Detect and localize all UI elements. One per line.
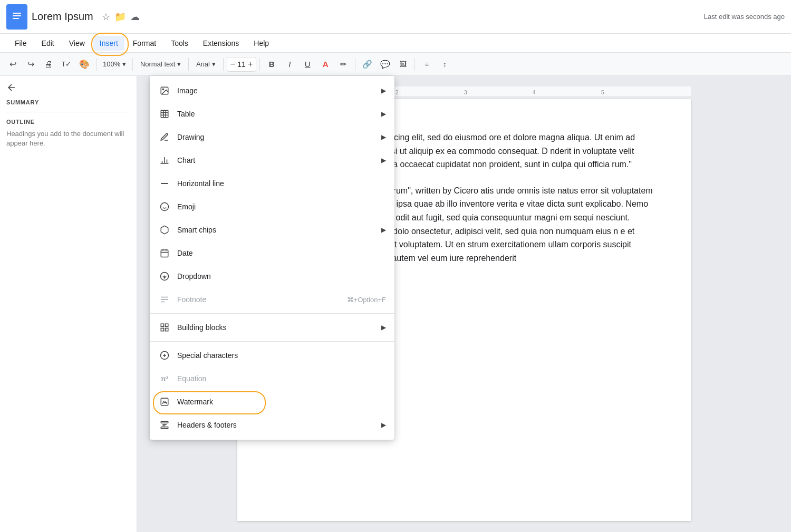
menu-help[interactable]: Help <box>247 36 275 51</box>
svg-point-16 <box>161 203 169 211</box>
headers-icon <box>158 419 171 431</box>
date-icon <box>158 247 171 259</box>
print-button[interactable]: 🖨 <box>40 56 57 73</box>
image-label: Image <box>177 86 381 95</box>
image-icon <box>158 84 171 97</box>
sidebar-outline-label: OUTLINE <box>6 119 130 125</box>
zoom-menu[interactable]: 100% ▾ <box>100 56 129 73</box>
drawing-arrow: ▶ <box>381 133 386 141</box>
menu-item-equation[interactable]: π² Equation <box>150 367 394 390</box>
underline-button[interactable]: U <box>299 56 316 73</box>
menu-item-date[interactable]: Date <box>150 241 394 265</box>
font-size-control[interactable]: − 11 + <box>227 57 257 72</box>
svg-rect-28 <box>161 324 163 326</box>
toolbar-divider-2 <box>132 58 133 71</box>
line-spacing-button[interactable]: ↕ <box>436 56 453 73</box>
menu-item-watermark[interactable]: Watermark <box>150 390 394 413</box>
sidebar: SUMMARY OUTLINE Headings you add to the … <box>0 76 137 532</box>
font-size-value[interactable]: 11 <box>236 60 247 69</box>
separator-2 <box>150 341 394 342</box>
sidebar-outline-hint: Headings you add to the document will ap… <box>6 129 130 148</box>
svg-rect-6 <box>161 110 168 118</box>
menu-edit[interactable]: Edit <box>35 36 61 51</box>
menu-item-headers-footers[interactable]: Headers & footers ▶ <box>150 413 394 437</box>
svg-rect-19 <box>161 250 168 257</box>
menu-format[interactable]: Format <box>127 36 162 51</box>
menu-item-special-chars[interactable]: Special characters <box>150 344 394 367</box>
watermark-label: Watermark <box>177 398 386 406</box>
svg-rect-34 <box>161 427 168 429</box>
spellcheck-button[interactable]: T✓ <box>58 56 75 73</box>
building-icon <box>158 321 171 334</box>
menu-item-chart[interactable]: Chart ▶ <box>150 149 394 172</box>
font-size-minus[interactable]: − <box>230 60 235 69</box>
menu-item-emoji[interactable]: Emoji <box>150 195 394 218</box>
document-title[interactable]: Lorem Ipsum <box>32 11 93 23</box>
star-icon[interactable]: ☆ <box>102 11 110 23</box>
app-icon[interactable] <box>6 4 27 30</box>
menu-item-smartchips[interactable]: Smart chips ▶ <box>150 218 394 241</box>
comment-button[interactable]: 💬 <box>377 56 393 73</box>
menu-item-building-blocks[interactable]: Building blocks ▶ <box>150 316 394 339</box>
emoji-label: Emoji <box>177 202 386 211</box>
toolbar-divider-7 <box>414 58 415 71</box>
svg-rect-1 <box>13 13 21 14</box>
italic-button[interactable]: I <box>281 56 298 73</box>
undo-button[interactable]: ↩ <box>4 56 21 73</box>
footnote-shortcut: ⌘+Option+F <box>347 296 386 304</box>
footnote-label: Footnote <box>177 295 347 304</box>
image-button[interactable]: 🖼 <box>394 56 411 73</box>
svg-point-5 <box>162 89 163 90</box>
sidebar-back-button[interactable] <box>6 82 130 93</box>
last-edit-text: Last edit was seconds ago <box>704 13 785 21</box>
normal-text-dropdown[interactable]: Normal text ▾ <box>136 56 185 73</box>
watermark-icon <box>158 395 171 408</box>
toolbar-divider-5 <box>259 58 260 71</box>
menu-item-footnote[interactable]: Footnote ⌘+Option+F <box>150 288 394 311</box>
menu-item-table[interactable]: Table ▶ <box>150 102 394 125</box>
paintformat-button[interactable]: 🎨 <box>76 56 93 73</box>
drawing-label: Drawing <box>177 133 381 141</box>
font-family-dropdown[interactable]: Arial ▾ <box>192 56 220 73</box>
footnote-icon <box>158 293 171 306</box>
folder-icon[interactable]: 📁 <box>114 11 126 23</box>
building-blocks-label: Building blocks <box>177 323 381 332</box>
menu-extensions[interactable]: Extensions <box>197 36 245 51</box>
table-icon <box>158 108 171 120</box>
svg-rect-3 <box>13 18 19 19</box>
drawing-icon <box>158 131 171 143</box>
svg-rect-29 <box>166 324 168 326</box>
menu-item-drawing[interactable]: Drawing ▶ <box>150 125 394 149</box>
toolbar-divider-3 <box>188 58 189 71</box>
chart-arrow: ▶ <box>381 157 386 164</box>
menu-item-hline[interactable]: Horizontal line <box>150 172 394 195</box>
bold-button[interactable]: B <box>263 56 280 73</box>
align-button[interactable]: ≡ <box>418 56 435 73</box>
dropdown-label: Dropdown <box>177 272 386 280</box>
equation-icon: π² <box>158 372 171 385</box>
link-button[interactable]: 🔗 <box>359 56 375 73</box>
menu-item-image[interactable]: Image ▶ <box>150 79 394 102</box>
cloud-icon[interactable]: ☁ <box>130 11 140 23</box>
svg-rect-32 <box>161 398 168 405</box>
highlight-button[interactable]: ✏ <box>335 56 352 73</box>
special-chars-label: Special characters <box>177 351 386 360</box>
toolbar-divider-4 <box>223 58 224 71</box>
hline-icon <box>158 177 171 190</box>
menu-tools[interactable]: Tools <box>165 36 195 51</box>
chart-icon <box>158 154 171 167</box>
headers-arrow: ▶ <box>381 421 386 429</box>
menu-insert[interactable]: Insert <box>93 36 124 51</box>
specialchars-icon <box>158 349 171 362</box>
smartchips-label: Smart chips <box>177 226 381 234</box>
menu-item-dropdown[interactable]: Dropdown <box>150 265 394 288</box>
font-size-plus[interactable]: + <box>248 60 253 69</box>
svg-rect-31 <box>161 328 163 331</box>
text-color-button[interactable]: A <box>317 56 334 73</box>
dropdown-icon <box>158 270 171 283</box>
menu-view[interactable]: View <box>63 36 91 51</box>
redo-button[interactable]: ↪ <box>22 56 39 73</box>
equation-label: Equation <box>177 374 386 383</box>
menu-file[interactable]: File <box>8 36 33 51</box>
separator-1 <box>150 313 394 314</box>
